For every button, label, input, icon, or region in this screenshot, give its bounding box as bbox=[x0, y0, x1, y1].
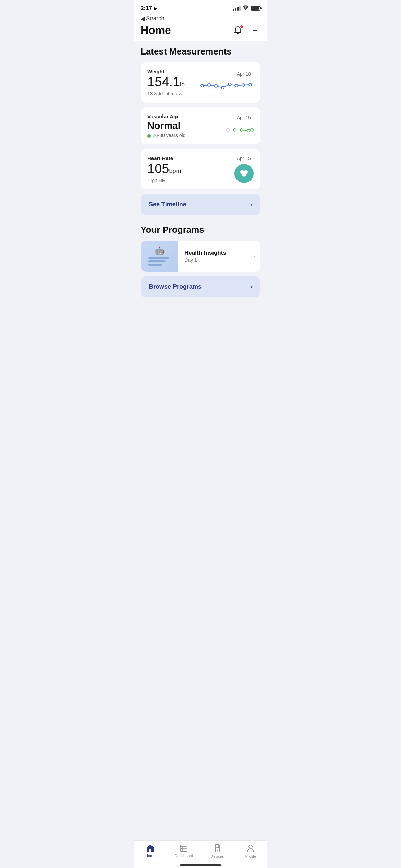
programs-section: Your Programs 🤖 Health Insights Day 1 › bbox=[141, 225, 260, 297]
add-button[interactable]: + bbox=[250, 25, 260, 36]
svg-point-7 bbox=[249, 83, 252, 86]
program-thumbnail: 🤖 bbox=[141, 241, 178, 272]
signal-bars-icon bbox=[233, 6, 241, 11]
header-row: Home + bbox=[134, 24, 267, 41]
weight-value: 154.1lb bbox=[147, 75, 185, 89]
svg-point-10 bbox=[233, 129, 236, 131]
heart-rate-card[interactable]: Heart Rate 105bpm High HR Apr 15 › bbox=[141, 149, 260, 189]
back-search-button[interactable]: ◀ Search bbox=[141, 15, 260, 22]
program-thumb-emoji: 🤖 bbox=[155, 246, 164, 255]
battery-icon bbox=[251, 6, 260, 11]
browse-programs-button[interactable]: Browse Programs › bbox=[141, 276, 260, 297]
back-label: Search bbox=[146, 15, 165, 22]
svg-point-1 bbox=[208, 84, 210, 86]
heart-rate-label: Heart Rate bbox=[147, 155, 181, 161]
wifi-icon bbox=[243, 5, 249, 11]
status-bar: 2:17 ▶ bbox=[134, 0, 267, 14]
nav-actions: + bbox=[232, 24, 260, 37]
svg-point-0 bbox=[201, 84, 204, 87]
program-chevron-icon: › bbox=[253, 253, 255, 259]
back-nav: ◀ Search bbox=[134, 14, 267, 24]
page-title: Home bbox=[141, 24, 171, 37]
vascular-age-value: Normal bbox=[147, 120, 186, 132]
vascular-age-label: Vascular Age bbox=[147, 113, 186, 119]
vascular-age-chart bbox=[199, 123, 254, 137]
svg-point-13 bbox=[251, 129, 253, 131]
browse-programs-chevron-icon: › bbox=[250, 283, 252, 290]
see-timeline-button[interactable]: See Timeline › bbox=[141, 194, 260, 215]
heart-rate-value: 105bpm bbox=[147, 162, 181, 176]
vascular-age-sub: 26-30 years old bbox=[147, 133, 186, 138]
svg-point-9 bbox=[227, 129, 229, 131]
svg-point-12 bbox=[247, 129, 250, 132]
heart-icon-circle bbox=[234, 164, 254, 183]
program-day: Day 1 bbox=[184, 257, 226, 263]
weight-sub: 13.8% Fat mass bbox=[147, 91, 185, 96]
weight-date: Apr 18 › bbox=[237, 71, 254, 77]
location-icon: ▶ bbox=[154, 6, 157, 11]
svg-point-5 bbox=[235, 84, 238, 87]
programs-title: Your Programs bbox=[141, 225, 260, 235]
weight-card[interactable]: Weight 154.1lb 13.8% Fat mass Apr 18 › bbox=[141, 62, 260, 103]
see-timeline-chevron-icon: › bbox=[250, 201, 252, 208]
status-time: 2:17 ▶ bbox=[141, 5, 157, 12]
heart-rate-sub: High HR bbox=[147, 178, 181, 183]
svg-point-4 bbox=[228, 83, 231, 86]
svg-point-2 bbox=[215, 85, 217, 87]
svg-point-3 bbox=[221, 86, 224, 89]
see-timeline-label: See Timeline bbox=[149, 201, 186, 208]
notification-dot bbox=[240, 25, 243, 28]
weight-label: Weight bbox=[147, 69, 185, 74]
heart-rate-date: Apr 15 › bbox=[237, 156, 254, 161]
latest-measurements-title: Latest Measurements bbox=[141, 46, 260, 57]
status-icons bbox=[233, 5, 260, 11]
program-name: Health Insights bbox=[184, 250, 226, 256]
health-insights-card[interactable]: 🤖 Health Insights Day 1 › bbox=[141, 241, 260, 272]
notification-bell-container bbox=[232, 24, 244, 37]
vascular-age-date: Apr 15 › bbox=[237, 115, 254, 120]
main-content: Latest Measurements Weight 154.1lb 13.8%… bbox=[134, 41, 267, 308]
back-arrow-icon: ◀ bbox=[141, 15, 145, 22]
heart-icon bbox=[240, 169, 248, 178]
vascular-age-card[interactable]: Vascular Age Normal 26-30 years old Apr … bbox=[141, 107, 260, 145]
svg-point-11 bbox=[240, 129, 243, 131]
weight-chart bbox=[199, 80, 254, 93]
browse-programs-label: Browse Programs bbox=[149, 283, 202, 290]
svg-point-6 bbox=[242, 84, 245, 86]
